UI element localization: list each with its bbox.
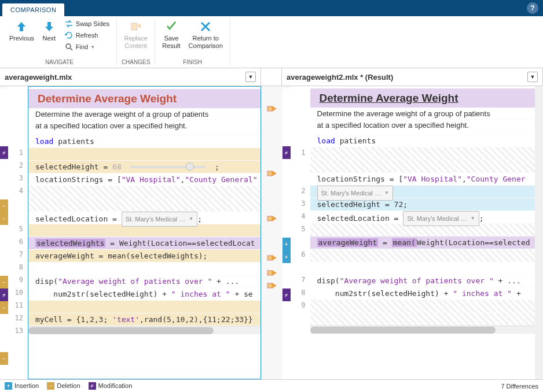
close-icon: [199, 20, 212, 34]
legend-modification: ≠Modification: [89, 382, 133, 390]
hatch-row: [310, 249, 535, 262]
code-line: [28, 262, 261, 275]
slider[interactable]: [130, 166, 206, 168]
merge-right-button[interactable]: [266, 168, 278, 179]
marker-modification: ≠: [0, 146, 8, 159]
right-content[interactable]: Determine Average Weight Determine the a…: [310, 86, 535, 379]
desc-row: Determine the average weight of a group …: [310, 108, 535, 120]
dropdown[interactable]: St. Mary's Medical …▼: [403, 211, 479, 226]
hatch-row: [28, 186, 261, 199]
marker-deletion: −: [0, 199, 8, 212]
heading-row: Determine Average Weight: [28, 89, 261, 109]
code-line: averageWeight = mean(Weight(Location==se…: [310, 236, 535, 249]
v-scrollbar[interactable]: [535, 86, 543, 379]
desc-row: Determine the average weight of a group …: [28, 109, 261, 120]
svg-rect-2: [267, 106, 272, 111]
chevron-down-icon: ▼: [90, 45, 95, 50]
arrow-down-icon: [42, 20, 56, 34]
hatch-row: [310, 313, 535, 326]
code-line: myCell = {1,2,3; 'text',rand(5,10,2),{11…: [28, 313, 261, 326]
return-comparison-button[interactable]: Return to Comparison: [186, 19, 225, 51]
next-button[interactable]: Next: [40, 19, 58, 43]
marker-deletion: −: [0, 301, 8, 314]
hatch-row: [310, 147, 535, 160]
code-line: num2str(selectedHeight) + " inches at " …: [28, 288, 261, 301]
code-line: [28, 148, 261, 161]
code-line: num2str(selectedHeight) + " inches at " …: [310, 287, 535, 300]
merge-right-button[interactable]: [266, 268, 278, 278]
left-content[interactable]: Determine Average Weight Determine the a…: [28, 86, 261, 379]
hatch-row: [310, 300, 535, 313]
merge-column: [262, 86, 282, 379]
heading-row: Determine Average Weight: [310, 88, 535, 108]
ribbon-group-navigate: Previous Next Swap Sides Refresh Find: [2, 19, 117, 65]
svg-rect-6: [267, 271, 272, 275]
svg-point-0: [66, 44, 71, 49]
code-line: disp("Average weight of patients over " …: [28, 275, 261, 288]
marker-deletion: −: [0, 212, 8, 225]
left-line-gutter: 1234 5678 910111213: [8, 86, 28, 379]
arrow-right-icon: [267, 269, 277, 277]
help-icon[interactable]: ?: [527, 2, 538, 14]
code-line: selectedLocation = St. Mary's Medical …▼…: [28, 212, 261, 224]
arrow-right-icon: [267, 254, 277, 262]
hatch-row: [28, 199, 261, 212]
merge-right-button[interactable]: [266, 103, 278, 114]
swap-sides-button[interactable]: Swap Sides: [62, 19, 112, 29]
hatch-row: [310, 160, 535, 173]
save-result-button[interactable]: Save Result: [160, 19, 182, 51]
code-line: load patients: [310, 135, 535, 147]
previous-button[interactable]: Previous: [7, 19, 36, 43]
code-line: selectedLocation = St. Mary's Medical …▼…: [310, 211, 535, 224]
legend-insertion: +Insertion: [5, 382, 39, 390]
h-scrollbar[interactable]: [28, 326, 261, 334]
ribbon-group-finish: Save Result Return to Comparison FINISH: [155, 19, 230, 65]
arrow-right-icon: [267, 105, 277, 113]
marker-insertion: +: [282, 250, 291, 263]
code-line: selectedHeight = 68 ;: [28, 161, 261, 173]
code-line: averageWeight = mean(selectedWeights);: [28, 250, 261, 262]
slider-thumb[interactable]: [186, 162, 194, 171]
code-line: load patients: [28, 135, 261, 148]
h-scrollbar[interactable]: [310, 326, 535, 334]
marker-insertion: +: [282, 238, 291, 250]
merge-right-button[interactable]: [266, 280, 278, 291]
marker-deletion: −: [0, 352, 8, 365]
right-line-gutter: 12 345 6789: [291, 86, 310, 379]
tab-comparison[interactable]: COMPARISON: [2, 3, 64, 16]
right-pane: ≠ + + ≠ 12 345 6789 Determine Average We…: [282, 86, 544, 379]
svg-rect-5: [267, 256, 272, 260]
replace-icon: [129, 20, 143, 34]
ribbon-group-changes: Replace Content CHANGES: [117, 19, 155, 65]
svg-rect-3: [267, 171, 272, 176]
marker-modification: ≠: [0, 289, 8, 301]
arrow-right-icon: [267, 169, 277, 177]
diff-count: 7 Differences: [501, 383, 538, 390]
svg-rect-1: [131, 23, 137, 30]
dropdown[interactable]: St. Mary's Medical …▼: [122, 212, 198, 227]
code-line: disp("Average weight of patients over " …: [310, 275, 535, 287]
arrow-up-icon: [14, 20, 28, 34]
right-marker-column: ≠ + + ≠: [282, 88, 291, 379]
status-bar: +Insertion −Deletion ≠Modification 7 Dif…: [0, 379, 543, 392]
left-file-title: averageweight.mlx ▼: [0, 68, 261, 86]
ribbon-label-finish: FINISH: [183, 59, 202, 65]
left-pane: ≠ − − − ≠ − − 1234 5678 910111213 Determ…: [0, 86, 262, 379]
marker-modification: ≠: [282, 289, 291, 301]
code-line: [310, 262, 535, 275]
right-file-dropdown[interactable]: ▼: [527, 72, 538, 82]
left-file-dropdown[interactable]: ▼: [245, 72, 256, 82]
find-button[interactable]: Find ▼: [62, 42, 112, 52]
refresh-button[interactable]: Refresh: [62, 30, 112, 40]
replace-content-button[interactable]: Replace Content: [122, 19, 149, 51]
search-icon: [64, 42, 74, 51]
merge-right-button[interactable]: [266, 253, 278, 263]
swap-icon: [64, 19, 74, 28]
left-marker-column: ≠ − − − ≠ − −: [0, 88, 8, 379]
merge-right-button[interactable]: [266, 213, 278, 224]
refresh-icon: [64, 31, 74, 40]
arrow-right-icon: [267, 282, 277, 290]
desc-row: at a specified location over a specified…: [310, 120, 535, 135]
marker-deletion: −: [0, 276, 8, 289]
svg-rect-4: [267, 216, 272, 221]
